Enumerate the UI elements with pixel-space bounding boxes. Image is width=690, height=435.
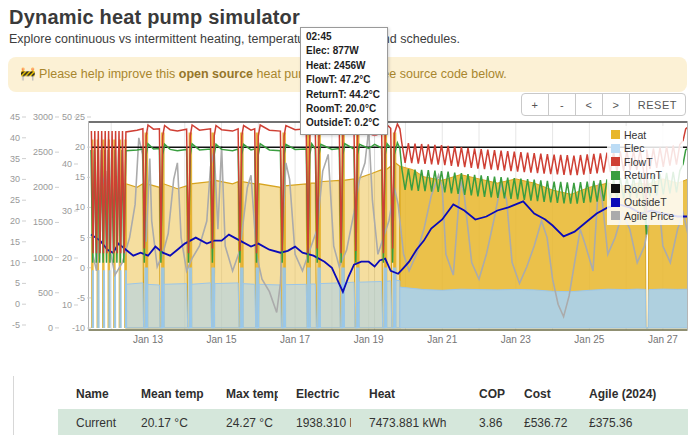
page-subtitle: Explore continuous vs intermittent heati… [9,32,460,46]
series-return-temp [91,143,689,263]
pan-left-button[interactable]: < [575,93,603,116]
legend-label: Agile Price [624,210,674,222]
legend-swatch [611,211,620,220]
legend-label: Elec [624,142,644,154]
legend-label: RoomT [624,183,658,195]
stats-table: Name Mean temp Max temp Electric Heat CO… [58,380,688,435]
price-axis-tick: 40 [10,133,20,143]
legend-swatch [611,144,620,153]
tooltip-flowt: FlowT: 47.2°C [306,73,380,87]
price-axis-tick: 5 [15,278,20,288]
legend-swatch [611,171,620,180]
legend-label: FlowT [624,156,653,168]
notice-text-pre: Please help improve this [39,67,179,81]
cell-name: Current [58,409,123,435]
tooltip-heat: Heat: 2456W [306,59,380,73]
room-axis-tick: 10 [75,202,85,212]
legend-swatch [611,130,620,139]
x-tick: Jan 19 [354,334,384,345]
series-elec-right [400,287,689,328]
table-row-current[interactable]: Current 20.17 °C 24.27 °C 1938.310 kWh 7… [58,409,688,435]
price-axis-tick: 35 [10,154,20,164]
col-cop: COP [461,380,506,409]
power-axis-tick: 2500 [33,147,53,157]
col-electric: Electric [278,380,351,409]
legend-item-returnt[interactable]: ReturnT [611,169,683,183]
x-tick: Jan 23 [501,334,531,345]
flow-axis-tick: 50 [62,112,72,122]
power-axis-tick: 500 [38,288,53,298]
tooltip-roomt: RoomT: 20.0°C [306,102,380,116]
price-axis-tick: 30 [10,174,20,184]
legend-swatch [611,184,620,193]
notice-open-source-link[interactable]: open source [179,67,253,81]
tooltip-elec: Elec: 877W [306,44,380,58]
stats-header-row: Name Mean temp Max temp Electric Heat CO… [58,380,688,409]
chart-legend: HeatElecFlowTReturnTRoomTOutsideTAgile P… [607,126,683,225]
price-axis-tick: 20 [10,216,20,226]
legend-item-agile-price[interactable]: Agile Price [611,209,683,223]
page-title: Dynamic heat pump simulator [9,6,300,29]
stats-table-container: Name Mean temp Max temp Electric Heat CO… [13,376,687,435]
series-agile-price [93,130,689,317]
room-axis-tick: 5 [80,233,85,243]
zoom-out-button[interactable]: - [548,93,576,116]
zoom-in-button[interactable]: + [521,93,549,116]
col-agile: Agile (2024) [571,380,688,409]
chart-tooltip: 02:45 Elec: 877W Heat: 2456W FlowT: 47.2… [300,27,388,135]
room-axis-tick: -5 [77,293,85,303]
x-tick: Jan 17 [280,334,310,345]
room-axis-tick: 0 [80,263,85,273]
legend-item-flowt[interactable]: FlowT [611,155,683,169]
col-max-temp: Max temp [208,380,278,409]
x-tick: Jan 21 [427,334,457,345]
legend-label: ReturnT [624,169,662,181]
series-heat-bars [91,133,396,328]
price-axis-tick: 0 [15,299,20,309]
pan-right-button[interactable]: > [602,93,630,116]
series-heat-base [126,163,400,328]
chart-toolbar: + - < > RESET [522,93,686,116]
power-axis-tick: 0 [48,323,53,333]
col-cost: Cost [506,380,571,409]
legend-label: Heat [624,129,646,141]
room-axis-tick: 20 [75,142,85,152]
legend-item-elec[interactable]: Elec [611,142,683,156]
power-axis-tick: 1000 [33,253,53,263]
price-axis-tick: 10 [10,258,20,268]
flow-axis-tick: 20 [62,253,72,263]
col-name: Name [58,380,123,409]
reset-button[interactable]: RESET [629,93,686,116]
series-elec-base [126,280,400,328]
series-flow-temp [91,124,688,253]
power-axis-tick: 1500 [33,217,53,227]
cell-mean-temp: 20.17 °C [123,409,208,435]
price-axis-tick: 15 [10,237,20,247]
cell-electric: 1938.310 kWh [278,409,351,435]
legend-item-roomt[interactable]: RoomT [611,182,683,196]
cell-cost: £536.72 [506,409,571,435]
series-elec-bars [92,267,397,328]
col-heat: Heat [351,380,461,409]
power-axis-tick: 2000 [33,182,53,192]
flow-axis-tick: 10 [62,300,72,310]
tooltip-time: 02:45 [306,30,380,44]
room-axis-tick: 15 [75,172,85,182]
cell-cop: 3.86 [461,409,506,435]
x-tick: Jan 13 [133,334,163,345]
legend-item-heat[interactable]: Heat [611,128,683,142]
price-axis-tick: -5 [12,320,20,330]
tooltip-outsidet: OutsideT: 0.2°C [306,116,380,130]
legend-swatch [611,157,620,166]
cell-heat: 7473.881 kWh [351,409,461,435]
construction-icon: 🚧 [20,67,36,81]
tooltip-returnt: ReturnT: 44.2°C [306,88,380,102]
legend-item-outsidet[interactable]: OutsideT [611,196,683,210]
room-axis-tick: -10 [72,323,85,333]
cell-max-temp: 24.27 °C [208,409,278,435]
flow-axis-tick: 30 [62,206,72,216]
series-outside-temp [91,201,689,292]
x-tick: Jan 25 [574,334,604,345]
col-mean-temp: Mean temp [123,380,208,409]
x-tick: Jan 15 [207,334,237,345]
